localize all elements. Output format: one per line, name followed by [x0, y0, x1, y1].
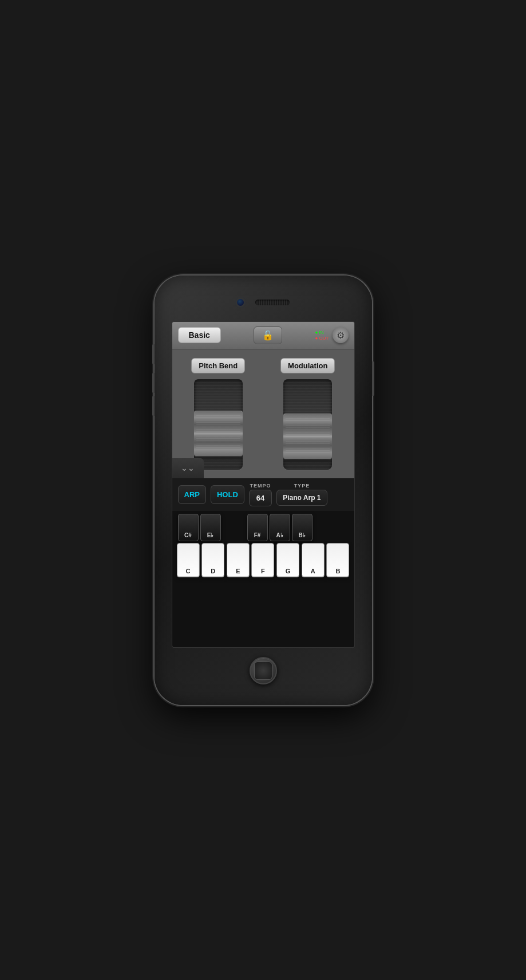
- hold-button[interactable]: HOLD: [211, 485, 244, 504]
- type-label: TYPE: [294, 483, 310, 489]
- speaker: [255, 300, 290, 305]
- phone-frame: Basic 🔓 ● IN ● OUT ⚙ Pitch Bend: [155, 275, 372, 705]
- header: Basic 🔓 ● IN ● OUT ⚙: [172, 322, 354, 349]
- modulation-label: Modulation: [280, 358, 335, 373]
- basic-button[interactable]: Basic: [178, 327, 221, 343]
- indicators: ● IN ● OUT: [315, 330, 329, 341]
- arp-button[interactable]: ARP: [178, 485, 206, 504]
- pitch-bend-label: Pitch Bend: [191, 358, 245, 373]
- lock-icon: 🔓: [262, 330, 274, 341]
- key-c[interactable]: C: [177, 543, 200, 577]
- pitch-bend-thumb[interactable]: [194, 411, 243, 456]
- lock-button[interactable]: 🔓: [254, 326, 282, 344]
- key-b[interactable]: B: [326, 543, 349, 577]
- type-value[interactable]: Piano Arp 1: [276, 490, 327, 506]
- key-e[interactable]: E: [227, 543, 250, 577]
- tempo-value[interactable]: 64: [249, 490, 272, 506]
- tempo-label: TEMPO: [250, 483, 271, 489]
- keyboard: C# E♭ F# A♭ B♭ C D E F G A B: [172, 511, 354, 647]
- key-f[interactable]: F: [251, 543, 274, 577]
- white-keys-row: C D E F G A B: [177, 543, 350, 577]
- home-button-inner: [254, 662, 272, 680]
- chevron-down-icon: ⌄⌄: [181, 463, 195, 473]
- phone-top: [155, 275, 372, 321]
- arp-section: ARP HOLD TEMPO 64 TYPE Piano Arp 1: [172, 478, 354, 511]
- modulation-thumb[interactable]: [283, 414, 332, 459]
- main-area: Pitch Bend Modulation ⌄⌄: [172, 349, 354, 478]
- pitch-bend-track[interactable]: [194, 379, 243, 470]
- pitch-bend-column: Pitch Bend: [178, 358, 259, 470]
- key-bb[interactable]: B♭: [292, 514, 313, 541]
- collapse-button[interactable]: ⌄⌄: [172, 458, 204, 478]
- settings-button[interactable]: ⚙: [333, 327, 349, 343]
- home-button[interactable]: [250, 657, 277, 684]
- type-group: TYPE Piano Arp 1: [276, 483, 327, 506]
- modulation-column: Modulation: [267, 358, 349, 470]
- screen-content: Basic 🔓 ● IN ● OUT ⚙ Pitch Bend: [172, 322, 354, 647]
- in-indicator: ● IN: [315, 330, 329, 335]
- key-g[interactable]: G: [276, 543, 299, 577]
- key-csharp[interactable]: C#: [178, 514, 199, 541]
- tempo-group: TEMPO 64: [249, 483, 272, 506]
- key-d[interactable]: D: [201, 543, 224, 577]
- slider-area: Pitch Bend Modulation ⌄⌄: [172, 349, 354, 478]
- phone-bottom: [250, 648, 277, 694]
- camera: [237, 299, 244, 306]
- key-a[interactable]: A: [302, 543, 325, 577]
- key-fsharp[interactable]: F#: [247, 514, 268, 541]
- key-eb[interactable]: E♭: [200, 514, 221, 541]
- modulation-track[interactable]: [283, 379, 332, 470]
- black-keys-row: C# E♭ F# A♭ B♭: [177, 514, 350, 541]
- header-right: ● IN ● OUT ⚙: [315, 327, 349, 343]
- screen: Basic 🔓 ● IN ● OUT ⚙ Pitch Bend: [172, 321, 355, 648]
- key-ab[interactable]: A♭: [270, 514, 290, 541]
- out-indicator: ● OUT: [315, 336, 329, 341]
